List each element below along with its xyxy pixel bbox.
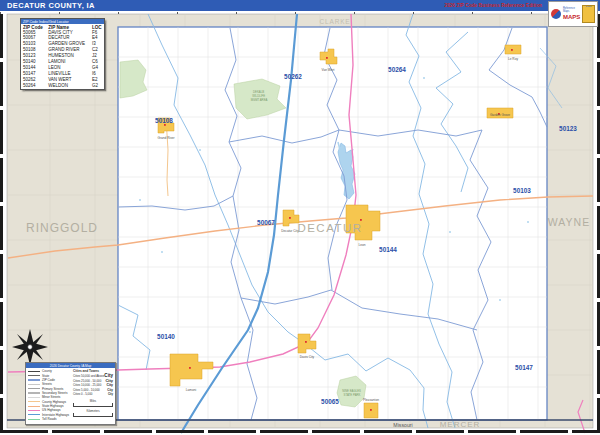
col-loc: LOC [90,24,104,30]
legend-city-row: Cities 0 - 5,000City [73,392,113,397]
town-le-roy [505,45,521,54]
zip-index-header-row: ZIP Code ZIP Name LOC [21,24,104,30]
logo-badge: 2026 [582,5,595,23]
town-label: Davis City [300,355,315,359]
neighbor-label-clarke: CLARKE [320,18,351,25]
col-zip-code: ZIP Code [21,24,46,30]
zip-index-row: 50264WELDONG2 [21,83,104,89]
town-label: Lamoni [186,388,197,392]
globe-icon [551,9,561,19]
legend-city-row: Cities 25,000 - 50,000City [73,378,113,383]
page-title: DECATUR COUNTY, IA [7,1,95,10]
zip-label-50067: 50067 [257,219,275,226]
publisher-logo: Reference Maps MAPS 2026 [548,1,598,27]
header-bar: DECATUR COUNTY, IA 2026 ZIP Code Busines… [0,0,600,11]
legend-city-row: Cities 10,000 - 25,000City [73,383,113,388]
map-legend: 2026 Decatur County, IA Map County State… [25,362,116,425]
town-label: Garden Grove [490,113,510,117]
zip-label-50262: 50262 [284,73,302,80]
zip-label-50144: 50144 [379,246,397,253]
zip-label-50123: 50123 [559,125,577,132]
neatline-bottom [0,430,600,433]
legend-row: Toll Roads [28,417,73,421]
neighbor-label-ringgold: RINGGOLD [26,221,98,235]
zip-label-50108: 50108 [155,117,173,124]
town-label: Pleasanton [363,398,379,402]
header-tick-strip [0,12,600,14]
town-label: Le Roy [508,57,519,61]
zip-label-50103: 50103 [513,187,531,194]
zip-index-table: ZIP Code Index/Grid Locator ZIP Code ZIP… [20,18,105,90]
zip-label-50264: 50264 [388,66,406,73]
edition-label: 2026 ZIP Code Business Reference Edition [445,3,542,8]
town-label: Leon [358,243,365,247]
map-page: DEKALB WILDLIFE MGMT AREA NINE EAGLES ST… [0,0,600,435]
legend-city-symbols: Cities and Towns Cities 50,000 and Above… [73,369,113,421]
legend-line-symbols: County State ZIP Code Streets Primary St… [28,369,73,421]
logo-brand: MAPS [563,14,580,20]
scale-bar-miles: Miles [73,399,113,407]
zip-label-50140: 50140 [157,333,175,340]
neighbor-label-mercer: MERCER [440,420,481,429]
state-label-missouri: Missouri [393,422,412,428]
park-label-nine-eagles: NINE EAGLES STATE PARK [342,389,361,397]
scale-bar-kilometers: Kilometers [73,409,113,417]
neatline-left [0,14,3,430]
zip-label-50065: 50065 [321,398,339,405]
town-label: Van Wert [322,68,335,72]
neighbor-label-wayne: WAYNE [548,216,590,228]
county-name-label: DECATUR [297,222,362,234]
town-label: Grand River [157,136,175,140]
compass-rose-icon [12,329,48,365]
zip-label-50147: 50147 [515,364,533,371]
legend-city-row: Cities 5,000 - 10,000City [73,387,113,392]
